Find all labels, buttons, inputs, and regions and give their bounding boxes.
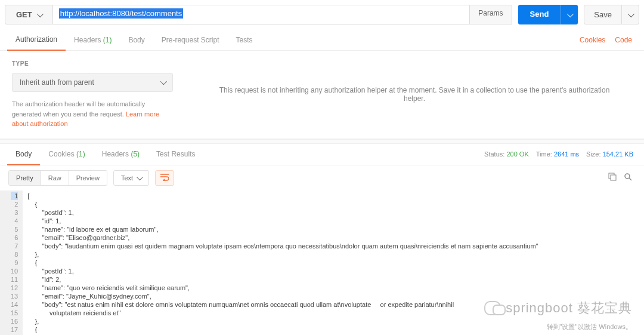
save-button[interactable]: Save [584,5,622,24]
send-button[interactable]: Send [518,5,561,24]
params-button[interactable]: Params [470,5,512,24]
chevron-down-icon [628,10,634,17]
panel-divider[interactable] [0,139,644,144]
tab-authorization[interactable]: Authorization [7,29,66,51]
code-link[interactable]: Code [610,30,637,50]
copy-icon [608,173,617,181]
response-tabs: Body Cookies (1) Headers (5) Test Result… [0,144,644,165]
cookies-link[interactable]: Cookies [575,30,610,50]
wrap-lines-button[interactable] [155,170,174,186]
res-tab-headers[interactable]: Headers (5) [94,144,148,164]
chevron-down-icon [160,78,167,85]
view-raw[interactable]: Raw [41,171,69,185]
res-tab-test-results[interactable]: Test Results [148,144,203,164]
auth-message: This request is not inheriting any autho… [185,51,644,139]
status-meta: Status: 200 OK [481,150,532,158]
method-label: GET [16,10,32,19]
svg-rect-1 [611,175,616,180]
search-icon [624,173,632,181]
res-tab-cookies[interactable]: Cookies (1) [40,144,93,164]
copy-button[interactable] [605,170,620,185]
wrap-icon [160,174,169,181]
http-method-select[interactable]: GET [5,5,53,24]
auth-type-select[interactable]: Inherit auth from parent [12,73,173,92]
search-button[interactable] [620,170,636,185]
line-gutter: 1234567891011121314151617 [0,190,23,336]
url-text: http://localhost:8080/test/comments [59,8,184,19]
auth-type-label: TYPE [12,60,173,67]
save-dropdown[interactable] [622,5,639,24]
tab-headers[interactable]: Headers (1) [66,30,120,50]
res-tab-body[interactable]: Body [7,144,40,165]
size-meta: Size: 154.21 KB [583,150,637,158]
chevron-down-icon [567,10,574,17]
url-input[interactable]: http://localhost:8080/test/comments [53,5,470,24]
tab-body[interactable]: Body [120,30,153,50]
tab-tests[interactable]: Tests [227,30,261,50]
view-preview[interactable]: Preview [69,171,107,185]
response-body: 1234567891011121314151617 [ { "postId": … [0,190,644,336]
format-select[interactable]: Text [113,170,149,186]
send-dropdown[interactable] [561,5,578,24]
svg-line-3 [629,178,631,180]
tab-prerequest[interactable]: Pre-request Script [153,30,228,50]
auth-description: The authorization header will be automat… [12,99,173,129]
chevron-down-icon [137,173,143,180]
view-pretty[interactable]: Pretty [9,171,41,185]
code-content[interactable]: [ { "postId": 1, "id": 1, "name": "id la… [23,190,644,336]
chevron-down-icon [36,10,43,17]
request-tabs: Authorization Headers (1) Body Pre-reque… [0,29,644,51]
svg-point-2 [625,174,630,179]
time-meta: Time: 2641 ms [532,150,583,158]
